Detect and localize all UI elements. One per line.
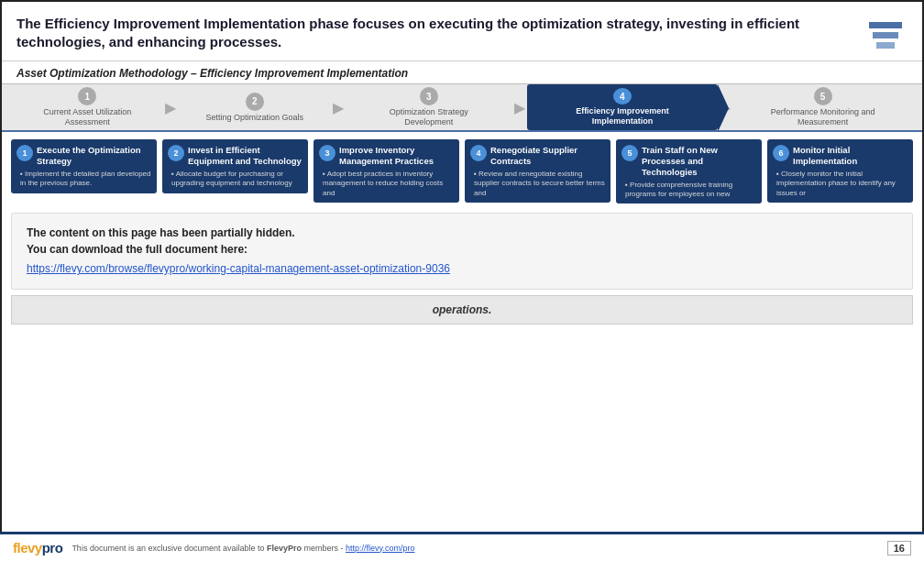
phase-label-1: Current Asset UtilizationAssessment [43, 107, 131, 127]
proc-header-6: 6 Monitor Initial Implementation [773, 145, 908, 167]
footer-page-number: 16 [887, 541, 911, 556]
phase-step-4[interactable]: 4 Efficiency ImprovementImplementation [527, 84, 719, 130]
proc-body-1: Implement the detailed plan developed in… [16, 170, 151, 189]
footer: flevypro This document is an exclusive d… [0, 532, 924, 561]
phase-arrow-2: ▶ [333, 99, 344, 116]
phase-label-5: Performance Monitoring andMeasurement [771, 107, 875, 127]
logo-bar-1 [869, 22, 902, 28]
hidden-line2: You can download the full document here: [27, 243, 897, 256]
footer-logo-flevy: flevy [13, 540, 42, 556]
proc-body-5: Provide comprehensive training programs … [622, 181, 756, 200]
proc-header-4: 4 Renegotiate Supplier Contracts [470, 145, 605, 167]
ops-strip-text: operations. [433, 303, 492, 316]
proc-title-3: Improve Inventory Management Practices [339, 145, 454, 167]
phase-label-4: Efficiency ImprovementImplementation [576, 106, 669, 126]
logo-bar-3 [876, 42, 895, 49]
footer-brand: FlevyPro [267, 544, 302, 553]
footer-logo: flevypro [13, 540, 62, 556]
proc-card-5: 5 Train Staff on New Processes and Techn… [616, 139, 762, 204]
proc-num-1: 1 [16, 145, 33, 161]
proc-card-1: 1 Execute the Optimization Strategy Impl… [11, 139, 157, 193]
footer-text: This document is an exclusive document a… [72, 544, 886, 553]
proc-body-4: Review and renegotiate existing supplier… [470, 170, 605, 198]
proc-title-5: Train Staff on New Processes and Technol… [642, 145, 756, 178]
phase-circle-5: 5 [814, 87, 832, 105]
hidden-line1: The content on this page has been partia… [27, 226, 897, 239]
proc-title-2: Invest in Efficient Equipment and Techno… [188, 145, 302, 167]
footer-link[interactable]: http://flevy.com/pro [346, 544, 414, 553]
process-row: 1 Execute the Optimization Strategy Impl… [2, 132, 922, 207]
phase-label-3: Optimization StrategyDevelopment [390, 107, 468, 127]
proc-body-3: Adopt best practices in inventory manage… [319, 170, 454, 198]
phase-arrow-1: ▶ [165, 99, 176, 116]
proc-num-5: 5 [622, 145, 638, 161]
hidden-link[interactable]: https://flevy.com/browse/flevypro/workin… [27, 262, 450, 275]
subtitle: Asset Optimization Methodology – Efficie… [2, 61, 922, 84]
proc-num-2: 2 [168, 145, 184, 161]
proc-card-6: 6 Monitor Initial Implementation Closely… [767, 139, 913, 203]
footer-logo-pro: pro [42, 540, 63, 556]
proc-card-2: 2 Invest in Efficient Equipment and Tech… [162, 139, 308, 193]
proc-header-2: 2 Invest in Efficient Equipment and Tech… [168, 145, 302, 167]
proc-num-4: 4 [470, 145, 487, 161]
phase-nav: 1 Current Asset UtilizationAssessment ▶ … [2, 84, 922, 132]
phase-arrow-3: ▶ [514, 99, 525, 116]
proc-title-1: Execute the Optimization Strategy [37, 145, 151, 167]
header: The Efficiency Improvement Implementatio… [2, 2, 922, 61]
hidden-notice: The content on this page has been partia… [11, 213, 913, 290]
proc-header-3: 3 Improve Inventory Management Practices [319, 145, 454, 167]
phase-circle-4: 4 [613, 88, 632, 104]
header-title: The Efficiency Improvement Implementatio… [16, 15, 842, 52]
phase-step-3[interactable]: 3 Optimization StrategyDevelopment [346, 87, 512, 127]
logo-bar-2 [873, 32, 898, 38]
proc-num-6: 6 [773, 145, 789, 161]
proc-card-4: 4 Renegotiate Supplier Contracts Review … [465, 139, 610, 203]
phase-label-2: Setting Optimization Goals [205, 113, 303, 123]
proc-title-4: Renegotiate Supplier Contracts [490, 145, 605, 167]
proc-body-6: Closely monitor the initial implementati… [773, 170, 908, 198]
proc-card-3: 3 Improve Inventory Management Practices… [314, 139, 459, 203]
phase-active-arrow [718, 84, 729, 132]
ops-strip: operations. [11, 295, 913, 324]
proc-header-1: 1 Execute the Optimization Strategy [16, 145, 151, 167]
phase-step-5[interactable]: 5 Performance Monitoring andMeasurement [732, 87, 913, 127]
header-logo [864, 16, 908, 53]
proc-header-5: 5 Train Staff on New Processes and Techn… [622, 145, 756, 178]
proc-num-3: 3 [319, 145, 336, 161]
phase-step-1[interactable]: 1 Current Asset UtilizationAssessment [11, 87, 163, 127]
phase-circle-1: 1 [78, 87, 96, 105]
phase-circle-2: 2 [246, 93, 264, 111]
phase-step-2[interactable]: 2 Setting Optimization Goals [178, 93, 330, 123]
proc-title-6: Monitor Initial Implementation [793, 145, 908, 167]
proc-body-2: Allocate budget for purchasing or upgrad… [168, 170, 302, 189]
phase-circle-3: 3 [420, 87, 438, 105]
